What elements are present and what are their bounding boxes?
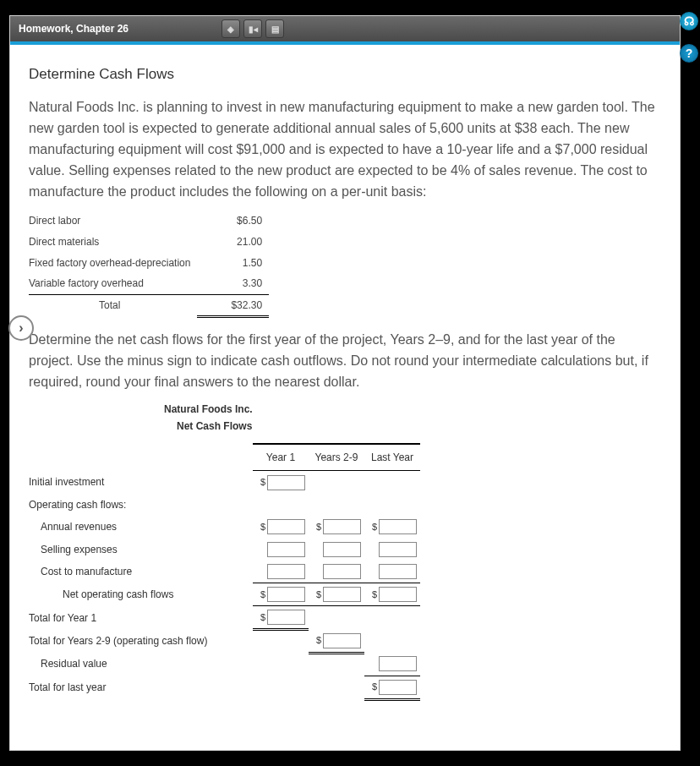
cost-total-value: $32.30 (197, 294, 269, 317)
cost-row-value: $6.50 (197, 211, 269, 232)
input-manu-last[interactable] (379, 564, 417, 579)
row-ocf-head: Operating cash flows: (29, 494, 253, 517)
tool-icon-3[interactable]: ▤ (265, 19, 284, 38)
col-blank (29, 444, 253, 471)
worksheet-table: Year 1 Years 2-9 Last Year Initial inves… (29, 443, 420, 701)
col-lastyear: Last Year (364, 444, 420, 471)
row-residual: Residual value (29, 656, 249, 672)
col-years29: Years 2-9 (309, 444, 364, 471)
input-total-y29[interactable] (323, 633, 361, 648)
cost-row-label: Fixed factory overhead-depreciation (29, 253, 197, 274)
dollar-sign: $ (260, 520, 265, 534)
input-manu-y1[interactable] (267, 564, 305, 579)
row-total-y1: Total for Year 1 (29, 606, 253, 630)
dollar-sign: $ (260, 610, 265, 625)
dollar-sign: $ (316, 633, 321, 648)
content-area: Determine Cash Flows Natural Foods Inc. … (10, 45, 680, 709)
cost-row-label: Direct labor (29, 211, 197, 232)
input-netop-last[interactable] (379, 587, 417, 602)
input-residual-last[interactable] (379, 656, 417, 671)
tool-icon-2[interactable]: ▮◂ (243, 19, 262, 38)
row-revenues: Annual revenues (29, 519, 249, 535)
problem-para-1: Natural Foods Inc. is planning to invest… (29, 97, 661, 202)
header-bar: Homework, Chapter 26 ◈ ▮◂ ▤ (10, 16, 680, 45)
dollar-sign: $ (316, 588, 321, 602)
input-sell-y29[interactable] (323, 542, 361, 557)
row-initial: Initial investment (29, 471, 253, 494)
main-panel: › Homework, Chapter 26 ◈ ▮◂ ▤ Determine … (9, 15, 681, 751)
dollar-sign: $ (372, 680, 377, 694)
dollar-sign: $ (260, 475, 265, 490)
input-rev-last[interactable] (379, 519, 417, 534)
row-manufacture: Cost to manufacture (29, 564, 249, 580)
input-total-y1[interactable] (267, 610, 305, 625)
header-title: Homework, Chapter 26 (19, 23, 129, 35)
col-year1: Year 1 (253, 444, 309, 471)
dollar-sign: $ (372, 588, 377, 602)
cost-table: Direct labor$6.50 Direct materials21.00 … (29, 211, 269, 318)
row-netop: Net operating cash flows (29, 587, 249, 603)
cost-row-value: 21.00 (197, 232, 269, 253)
input-netop-y29[interactable] (323, 587, 361, 602)
next-nav-button[interactable]: › (8, 315, 34, 341)
row-selling: Selling expenses (29, 542, 249, 558)
input-netop-y1[interactable] (267, 587, 305, 602)
input-sell-y1[interactable] (267, 542, 305, 557)
input-rev-y29[interactable] (323, 519, 361, 534)
help-icon[interactable]: ? (680, 44, 698, 63)
row-total-y29: Total for Years 2-9 (operating cash flow… (29, 630, 253, 654)
cost-total-label: Total (29, 294, 197, 317)
input-manu-y29[interactable] (323, 564, 361, 579)
tool-icon-1[interactable]: ◈ (221, 19, 240, 38)
chat-icon[interactable]: ☊ (680, 12, 698, 30)
dollar-sign: $ (372, 520, 377, 534)
input-total-last[interactable] (379, 680, 417, 695)
cost-row-value: 3.30 (197, 273, 269, 294)
dollar-sign: $ (260, 588, 265, 602)
cost-row-label: Direct materials (29, 232, 197, 253)
cost-row-value: 1.50 (197, 253, 269, 274)
worksheet-company: Natural Foods Inc. (164, 402, 661, 418)
input-rev-y1[interactable] (267, 519, 305, 534)
problem-para-2: Determine the net cash flows for the fir… (29, 330, 661, 392)
input-sell-last[interactable] (379, 542, 417, 557)
worksheet-title: Net Cash Flows (177, 419, 661, 435)
dollar-sign: $ (316, 520, 321, 534)
input-initial-y1[interactable] (267, 475, 305, 490)
page-title: Determine Cash Flows (29, 63, 661, 85)
row-total-last: Total for last year (29, 676, 253, 699)
cost-row-label: Variable factory overhead (29, 273, 197, 294)
